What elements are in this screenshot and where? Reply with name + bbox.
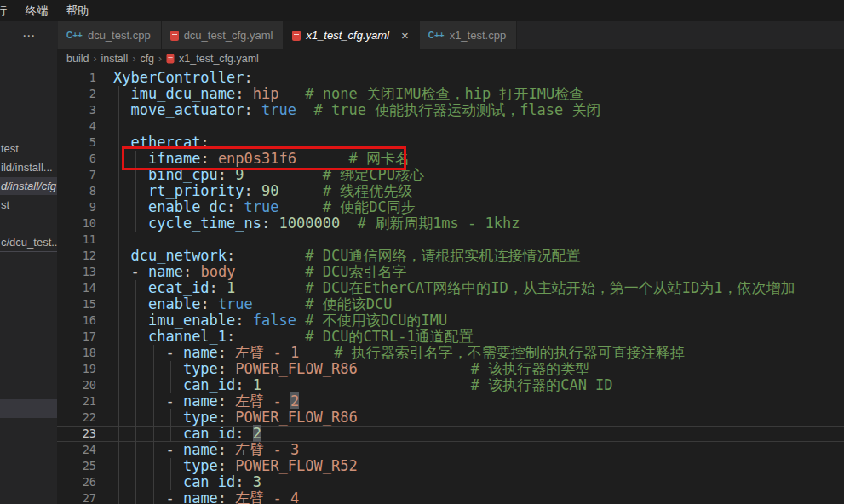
line-number[interactable]: 1 bbox=[57, 70, 113, 86]
line-number[interactable]: 23 bbox=[57, 426, 113, 442]
sidebar-item[interactable]: ild/install... bbox=[0, 158, 57, 176]
line-number[interactable]: 8 bbox=[57, 183, 113, 199]
line-number[interactable]: 13 bbox=[57, 264, 113, 280]
tab-close-icon[interactable]: × bbox=[401, 29, 409, 42]
line-number[interactable]: 7 bbox=[57, 167, 113, 183]
code-line[interactable]: 10 cycle_time_ns: 1000000 # 刷新周期1ms - 1k… bbox=[57, 215, 844, 232]
breadcrumb-filename[interactable]: x1_test_cfg.yaml bbox=[179, 53, 259, 65]
sidebar-item[interactable]: d/install/cfg bbox=[0, 177, 57, 195]
code-line[interactable]: 15 enable: true # 使能该DCU bbox=[57, 296, 844, 312]
line-number[interactable]: 18 bbox=[57, 345, 113, 361]
code-line[interactable]: 21 - name: 左臂 - 2 bbox=[57, 393, 844, 410]
code-token bbox=[235, 198, 244, 215]
code-line[interactable]: 27 - name: 左臂 - 4 bbox=[57, 490, 844, 504]
code-token: : bbox=[210, 279, 218, 296]
sidebar-item[interactable]: test bbox=[0, 140, 57, 158]
code-line[interactable]: 9 enable_dc: true # 使能DC同步 bbox=[57, 199, 844, 215]
menu-item-终端[interactable]: 终端 bbox=[23, 2, 51, 20]
line-number[interactable]: 11 bbox=[57, 232, 113, 248]
indent-guide bbox=[170, 361, 171, 377]
code-line[interactable]: 1XyberController: bbox=[57, 70, 844, 86]
line-number[interactable]: 24 bbox=[57, 442, 113, 458]
line-number[interactable]: 16 bbox=[57, 312, 113, 329]
code-line[interactable]: 22 type: POWER_FLOW_R86 bbox=[57, 410, 844, 426]
code-line[interactable]: 13 - name: body # DCU索引名字 bbox=[57, 264, 844, 280]
breadcrumb-file-icon bbox=[167, 54, 175, 64]
line-number[interactable]: 17 bbox=[57, 329, 113, 345]
code-line[interactable]: 4 bbox=[57, 118, 844, 135]
line-number[interactable]: 3 bbox=[57, 102, 113, 118]
indent-guide bbox=[153, 442, 154, 458]
code-token: : bbox=[244, 182, 253, 199]
line-number[interactable]: 25 bbox=[57, 458, 113, 474]
code-line[interactable]: 25 type: POWER_FLOW_R52 bbox=[57, 458, 844, 474]
indent-guide bbox=[153, 377, 154, 393]
code-token bbox=[296, 312, 305, 329]
code-line[interactable]: 3 move_actuator: true # true 使能执行器运动测试，f… bbox=[57, 102, 844, 118]
code-token: can_id bbox=[183, 473, 235, 490]
sidebar-item[interactable]: c/dcu_test... bbox=[0, 233, 57, 251]
line-number[interactable]: 15 bbox=[57, 296, 113, 312]
line-number[interactable]: 4 bbox=[57, 118, 113, 135]
code-token: : bbox=[235, 425, 244, 442]
more-actions-button[interactable]: ⋯ bbox=[0, 21, 58, 49]
code-line[interactable]: 18 - name: 左臂 - 1 # 执行器索引名字，不需要控制的执行器可直接… bbox=[57, 345, 844, 361]
menu-item-行[interactable]: 行 bbox=[0, 2, 10, 20]
sidebar-item[interactable]: st bbox=[0, 196, 57, 214]
line-number[interactable]: 6 bbox=[57, 151, 113, 167]
line-number[interactable]: 10 bbox=[57, 215, 113, 232]
breadcrumb-item[interactable]: install bbox=[100, 53, 128, 65]
line-number[interactable]: 2 bbox=[57, 86, 113, 102]
code-line[interactable]: 23 can_id: 2 bbox=[57, 426, 844, 442]
line-number[interactable]: 22 bbox=[57, 410, 113, 426]
code-line[interactable]: 11 bbox=[57, 232, 844, 248]
code-token: # 不使用该DCU的IMU bbox=[305, 312, 447, 329]
editor[interactable]: 1XyberController:2 imu_dcu_name: hip # n… bbox=[57, 68, 844, 504]
code-token: # DCU通信网络，请根据实机连接情况配置 bbox=[305, 247, 580, 264]
code-line[interactable]: 24 - name: 左臂 - 3 bbox=[57, 442, 844, 458]
code-content: type: POWER_FLOW_R52 bbox=[113, 458, 844, 474]
line-number[interactable]: 19 bbox=[57, 361, 113, 377]
line-number[interactable]: 21 bbox=[57, 393, 113, 410]
line-number[interactable]: 20 bbox=[57, 377, 113, 393]
code-token: type bbox=[183, 457, 218, 474]
code-content: enable_dc: true # 使能DC同步 bbox=[113, 199, 844, 215]
code-line[interactable]: 19 type: POWER_FLOW_R86 # 该执行器的类型 bbox=[57, 361, 844, 377]
line-number[interactable]: 26 bbox=[57, 474, 113, 490]
tab-dcu_test.cpp[interactable]: C++dcu_test.cpp bbox=[58, 21, 162, 49]
code-token: : bbox=[218, 441, 227, 458]
code-line[interactable]: 26 can_id: 3 bbox=[57, 474, 844, 490]
line-number[interactable]: 12 bbox=[57, 248, 113, 264]
line-number[interactable]: 9 bbox=[57, 199, 113, 215]
menu-item-帮助[interactable]: 帮助 bbox=[64, 2, 92, 20]
tab-x1_test.cpp[interactable]: C++x1_test.cpp bbox=[420, 21, 517, 49]
code-line[interactable]: 17 channel_1: # DCU的CTRL-1通道配置 bbox=[57, 329, 844, 345]
tab-x1_test_cfg.yaml[interactable]: x1_test_cfg.yaml× bbox=[284, 21, 419, 49]
indent-guide bbox=[118, 118, 119, 135]
indent-guide bbox=[118, 329, 119, 345]
line-number[interactable]: 27 bbox=[57, 490, 113, 504]
code-line[interactable]: 2 imu_dcu_name: hip # none 关闭IMU检查，hip 打… bbox=[57, 86, 844, 102]
code-token: true bbox=[244, 198, 279, 215]
indent-guide bbox=[118, 345, 119, 361]
code-token bbox=[253, 295, 305, 312]
code-line[interactable]: 12 dcu_network: # DCU通信网络，请根据实机连接情况配置 bbox=[57, 248, 844, 264]
tab-bar: ⋯ C++dcu_test.cppdcu_test_cfg.yamlx1_tes… bbox=[0, 21, 844, 49]
line-number[interactable]: 5 bbox=[57, 135, 113, 151]
code-content: - name: 左臂 - 3 bbox=[113, 442, 844, 458]
line-number[interactable]: 14 bbox=[57, 280, 113, 296]
code-token: name bbox=[183, 344, 218, 361]
indent-guide bbox=[118, 102, 119, 118]
breadcrumb-item[interactable]: cfg bbox=[140, 53, 154, 65]
indent-guide bbox=[135, 474, 136, 490]
code-token: # DCU索引名字 bbox=[305, 263, 406, 280]
code-line[interactable]: 20 can_id: 1 # 该执行器的CAN ID bbox=[57, 377, 844, 393]
code-line[interactable]: 14 ecat_id: 1 # DCU在EtherCAT网络中的ID，从主站开始… bbox=[57, 280, 844, 296]
code-token: enable_dc bbox=[148, 198, 227, 215]
code-token: : bbox=[244, 101, 253, 118]
tab-dcu_test_cfg.yaml[interactable]: dcu_test_cfg.yaml bbox=[162, 21, 284, 49]
code-line[interactable]: 8 rt_priority: 90 # 线程优先级 bbox=[57, 183, 844, 199]
code-line[interactable]: 16 imu_enable: false # 不使用该DCU的IMU bbox=[57, 312, 844, 329]
code-token bbox=[235, 247, 305, 264]
breadcrumb-item[interactable]: build bbox=[66, 53, 89, 65]
